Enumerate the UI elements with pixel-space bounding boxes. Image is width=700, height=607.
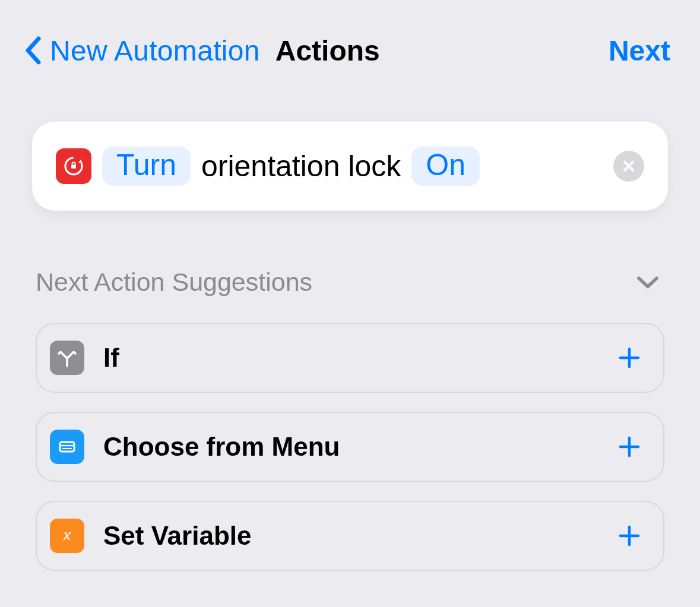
suggestion-label: Set Variable [103, 521, 251, 551]
back-button[interactable]: New Automation [50, 34, 260, 67]
action-card[interactable]: Turn orientation lock On [32, 122, 668, 211]
branch-icon [50, 341, 84, 375]
header: New Automation Actions Next [0, 0, 700, 68]
delete-action-button[interactable] [613, 151, 644, 182]
suggestions-title: Next Action Suggestions [36, 268, 312, 297]
suggestion-label: Choose from Menu [103, 432, 340, 462]
svg-text:x: x [63, 527, 71, 543]
suggestion-item-if[interactable]: If [36, 323, 664, 393]
suggestion-item-set-variable[interactable]: x Set Variable [36, 501, 664, 571]
suggestions-header: Next Action Suggestions [36, 268, 664, 297]
next-button[interactable]: Next [609, 34, 670, 67]
action-operation-pill[interactable]: Turn [102, 147, 191, 186]
add-suggestion-button[interactable] [615, 343, 644, 373]
suggestion-item-choose-from-menu[interactable]: Choose from Menu [36, 412, 664, 482]
action-target-text: orientation lock [201, 149, 401, 183]
suggestion-list: If Choose from Menu x Set Variable [36, 323, 664, 571]
svg-rect-2 [60, 442, 74, 452]
add-suggestion-button[interactable] [615, 521, 644, 551]
menu-icon [50, 430, 84, 464]
orientation-lock-icon [56, 148, 91, 184]
collapse-suggestions-button[interactable] [634, 268, 662, 297]
suggestions-section: Next Action Suggestions If Choose from M… [36, 268, 664, 571]
action-state-pill[interactable]: On [411, 147, 480, 186]
page-title: Actions [275, 34, 380, 67]
back-chevron-icon[interactable] [18, 33, 47, 68]
header-left: New Automation Actions [18, 33, 380, 68]
svg-rect-1 [71, 165, 76, 169]
variable-icon: x [50, 519, 84, 553]
suggestion-label: If [103, 343, 119, 373]
add-suggestion-button[interactable] [615, 432, 644, 462]
